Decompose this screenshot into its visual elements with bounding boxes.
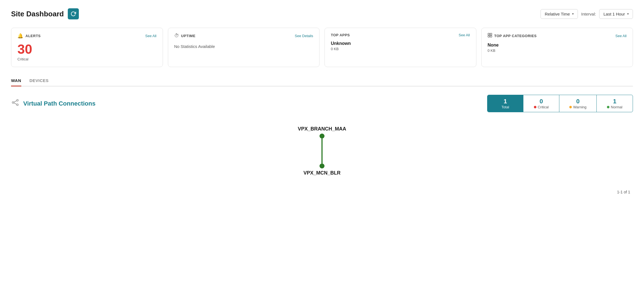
top-categories-value: None bbox=[488, 43, 627, 48]
counter-normal[interactable]: 1 Normal bbox=[597, 95, 633, 112]
critical-dot bbox=[534, 106, 536, 108]
alerts-title-row: 🔔 ALERTS bbox=[17, 33, 41, 39]
counter-critical[interactable]: 0 Critical bbox=[523, 95, 559, 112]
virtual-path-section-header: Virtual Path Connections 1 Total 0 Criti… bbox=[11, 95, 633, 112]
top-categories-title: TOP APP CATEGORIES bbox=[494, 34, 537, 38]
main-tabs: WAN DEVICES bbox=[11, 78, 633, 86]
header-left: Site Dashboard bbox=[11, 8, 79, 19]
node-bottom-dot bbox=[320, 163, 324, 168]
node-top-dot bbox=[320, 134, 324, 139]
alerts-count: 30 bbox=[17, 43, 157, 56]
counter-normal-label-row: Normal bbox=[607, 105, 622, 109]
grid-icon bbox=[488, 33, 492, 39]
node-top-label: VPX_BRANCH_MAA bbox=[298, 126, 346, 132]
warning-dot bbox=[569, 106, 572, 108]
uptime-no-data: No Statistics Available bbox=[174, 42, 313, 50]
uptime-title: UPTIME bbox=[181, 34, 196, 38]
alerts-see-all-link[interactable]: See All bbox=[145, 34, 156, 38]
node-bottom: VPX_MCN_BLR bbox=[303, 163, 341, 176]
counter-critical-label: Critical bbox=[538, 105, 549, 109]
top-apps-card: TOP APPS See All Unknown 0 KB bbox=[324, 28, 476, 67]
last-hour-dropdown[interactable]: Last 1 Hour ▾ bbox=[599, 9, 633, 19]
chevron-down-icon-2: ▾ bbox=[627, 12, 629, 16]
header: Site Dashboard Relative Time ▾ Interval:… bbox=[11, 8, 633, 19]
svg-rect-2 bbox=[488, 35, 490, 37]
uptime-card-header: ⏱ UPTIME See Details bbox=[174, 33, 313, 39]
top-categories-card: TOP APP CATEGORIES See All None 0 KB bbox=[481, 28, 633, 67]
top-categories-title-row: TOP APP CATEGORIES bbox=[488, 33, 537, 39]
connector-line bbox=[321, 139, 323, 163]
top-apps-sub: 0 KB bbox=[331, 47, 470, 51]
svg-point-6 bbox=[17, 104, 18, 106]
svg-rect-1 bbox=[490, 33, 492, 35]
top-apps-title: TOP APPS bbox=[331, 33, 350, 37]
svg-line-7 bbox=[14, 101, 17, 103]
alerts-card: 🔔 ALERTS See All 30 Critical bbox=[11, 28, 163, 67]
counter-warning-num: 0 bbox=[576, 98, 580, 105]
counter-warning-label-row: Warning bbox=[569, 105, 586, 109]
top-categories-sub: 0 KB bbox=[488, 48, 627, 53]
top-categories-see-all-link[interactable]: See All bbox=[616, 34, 627, 38]
pagination-text: 1-1 of 1 bbox=[617, 190, 630, 194]
counter-normal-label: Normal bbox=[611, 105, 622, 109]
counter-normal-num: 1 bbox=[613, 98, 616, 105]
header-right: Relative Time ▾ Interval: Last 1 Hour ▾ bbox=[541, 9, 633, 19]
section-title-row: Virtual Path Connections bbox=[11, 98, 95, 109]
relative-time-dropdown[interactable]: Relative Time ▾ bbox=[541, 9, 578, 19]
counter-total-label-row: Total bbox=[502, 105, 509, 109]
counter-total-num: 1 bbox=[503, 98, 507, 105]
svg-line-8 bbox=[14, 103, 17, 104]
counter-total-label: Total bbox=[502, 105, 509, 109]
network-diagram: VPX_BRANCH_MAA VPX_MCN_BLR bbox=[11, 121, 633, 184]
uptime-title-row: ⏱ UPTIME bbox=[174, 33, 196, 39]
top-apps-card-header: TOP APPS See All bbox=[331, 33, 470, 37]
clock-icon: ⏱ bbox=[174, 33, 179, 39]
refresh-button[interactable] bbox=[68, 8, 79, 19]
node-bottom-label: VPX_MCN_BLR bbox=[303, 170, 341, 176]
counter-critical-label-row: Critical bbox=[534, 105, 549, 109]
tab-devices[interactable]: DEVICES bbox=[30, 78, 49, 86]
virtual-path-icon bbox=[11, 98, 19, 109]
counter-warning[interactable]: 0 Warning bbox=[559, 95, 597, 112]
bell-icon: 🔔 bbox=[17, 33, 23, 39]
top-apps-title-row: TOP APPS bbox=[331, 33, 350, 37]
svg-rect-3 bbox=[490, 35, 492, 37]
counter-critical-num: 0 bbox=[539, 98, 543, 105]
alerts-title: ALERTS bbox=[25, 34, 41, 38]
pagination: 1-1 of 1 bbox=[11, 190, 633, 194]
interval-label: Interval: bbox=[581, 12, 596, 16]
counter-total[interactable]: 1 Total bbox=[487, 95, 523, 112]
relative-time-label: Relative Time bbox=[545, 12, 570, 16]
tab-wan[interactable]: WAN bbox=[11, 78, 21, 86]
status-counters: 1 Total 0 Critical 0 Warning bbox=[487, 95, 633, 112]
uptime-card: ⏱ UPTIME See Details No Statistics Avail… bbox=[168, 28, 320, 67]
chevron-down-icon: ▾ bbox=[572, 12, 574, 16]
top-apps-value: Unknown bbox=[331, 41, 470, 46]
alerts-sublabel: Critical bbox=[17, 57, 157, 61]
top-apps-see-all-link[interactable]: See All bbox=[459, 33, 470, 37]
svg-point-5 bbox=[17, 99, 18, 101]
normal-dot bbox=[607, 106, 609, 108]
page-title: Site Dashboard bbox=[11, 10, 64, 18]
last-hour-label: Last 1 Hour bbox=[603, 12, 625, 16]
svg-point-4 bbox=[12, 102, 14, 103]
svg-rect-0 bbox=[488, 33, 490, 35]
alerts-card-header: 🔔 ALERTS See All bbox=[17, 33, 157, 39]
virtual-path-title: Virtual Path Connections bbox=[23, 100, 95, 107]
counter-warning-label: Warning bbox=[573, 105, 586, 109]
uptime-see-details-link[interactable]: See Details bbox=[295, 34, 313, 38]
summary-cards: 🔔 ALERTS See All 30 Critical ⏱ UPTIME Se… bbox=[11, 28, 633, 67]
top-categories-card-header: TOP APP CATEGORIES See All bbox=[488, 33, 627, 39]
